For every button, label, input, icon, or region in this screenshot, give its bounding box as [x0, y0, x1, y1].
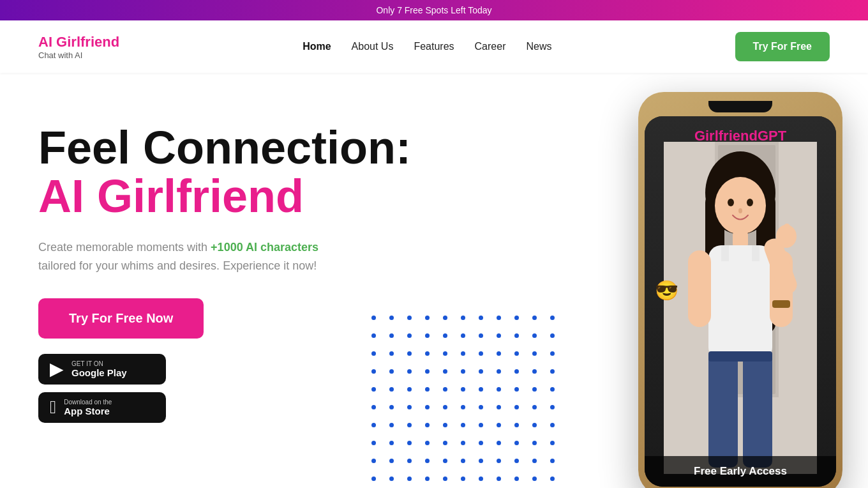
- svg-point-7: [728, 199, 734, 206]
- dot: [461, 387, 465, 392]
- dot: [461, 369, 465, 374]
- dot: [461, 405, 465, 409]
- dot: [479, 316, 483, 320]
- svg-rect-20: [708, 353, 738, 468]
- nav-link-news[interactable]: News: [526, 41, 551, 52]
- app-store-button[interactable]:  Download on the App Store: [38, 392, 166, 423]
- logo[interactable]: AI Girlfriend Chat with AI: [38, 34, 119, 60]
- hero-cta-button[interactable]: Try For Free Now: [38, 298, 204, 339]
- dot: [425, 459, 430, 463]
- dot: [461, 351, 465, 356]
- svg-rect-12: [721, 245, 729, 261]
- dot: [443, 441, 447, 445]
- dot: [443, 477, 447, 481]
- google-play-icon: ▶: [50, 360, 64, 378]
- dot: [550, 351, 555, 356]
- dot: [550, 405, 555, 409]
- svg-rect-21: [743, 353, 772, 468]
- nav-link-home[interactable]: Home: [303, 41, 331, 52]
- dot: [461, 459, 465, 463]
- dot: [425, 333, 430, 338]
- nav-link-features[interactable]: Features: [414, 41, 454, 52]
- dot: [407, 477, 412, 481]
- apple-icon: : [50, 399, 56, 416]
- dot: [443, 369, 447, 374]
- dot: [389, 459, 394, 463]
- dot: [479, 441, 483, 445]
- dot: [407, 441, 412, 445]
- nav-item-features[interactable]: Features: [414, 41, 454, 52]
- dot: [550, 387, 555, 392]
- app-store-label-top: Download on the: [64, 399, 112, 406]
- dot: [479, 369, 483, 374]
- svg-rect-18: [784, 224, 790, 238]
- dot: [443, 333, 447, 338]
- dot: [407, 423, 412, 427]
- dot: [550, 441, 555, 445]
- dot: [479, 351, 483, 356]
- dot: [461, 477, 465, 481]
- dot: [389, 441, 394, 445]
- dot: [550, 423, 555, 427]
- dot: [550, 477, 555, 481]
- dot: [425, 441, 430, 445]
- logo-title: AI Girlfriend: [38, 34, 119, 50]
- hero-subtext-part2: tailored for your whims and desires. Exp…: [38, 259, 317, 272]
- nav-link-about[interactable]: About Us: [352, 41, 394, 52]
- dot: [425, 369, 430, 374]
- svg-point-8: [747, 199, 753, 206]
- dot: [497, 316, 501, 320]
- nav-cta-button[interactable]: Try For Free: [735, 32, 830, 61]
- dot: [425, 405, 430, 409]
- dot: [497, 333, 501, 338]
- hero-headline-line2: AI Girlfriend: [38, 172, 411, 221]
- dot: [443, 351, 447, 356]
- dot: [443, 459, 447, 463]
- dot: [479, 477, 483, 481]
- dot: [425, 351, 430, 356]
- dot: [479, 333, 483, 338]
- dot: [497, 459, 501, 463]
- nav-links: Home About Us Features Career News: [303, 41, 551, 52]
- dot: [550, 459, 555, 463]
- hero-subtext-highlight: +1000 AI characters: [211, 241, 318, 254]
- store-buttons: ▶ GET IT ON Google Play  Download on th…: [38, 354, 411, 423]
- hero-section: Feel Connection: AI Girlfriend Create me…: [0, 73, 868, 488]
- nav-item-news[interactable]: News: [526, 41, 551, 52]
- svg-point-9: [738, 208, 742, 213]
- banner-text: Only 7 Free Spots Left Today: [376, 5, 491, 15]
- dot: [514, 423, 519, 427]
- google-play-text: GET IT ON Google Play: [71, 360, 127, 378]
- hero-subtext-part1: Create memorable moments with: [38, 241, 211, 254]
- dot: [514, 405, 519, 409]
- dot: [532, 459, 537, 463]
- dot: [550, 369, 555, 374]
- dot: [497, 387, 501, 392]
- svg-point-6: [715, 177, 766, 234]
- dot: [479, 405, 483, 409]
- dot: [371, 441, 376, 445]
- svg-rect-14: [688, 250, 711, 327]
- dot: [371, 477, 376, 481]
- nav-link-career[interactable]: Career: [475, 41, 506, 52]
- hero-headline: Feel Connection: AI Girlfriend: [38, 124, 411, 220]
- nav-item-home[interactable]: Home: [303, 41, 331, 52]
- emoji-sticker: 😎: [655, 279, 678, 301]
- dot: [514, 387, 519, 392]
- nav-item-about[interactable]: About Us: [352, 41, 394, 52]
- nav-item-career[interactable]: Career: [475, 41, 506, 52]
- google-play-button[interactable]: ▶ GET IT ON Google Play: [38, 354, 166, 385]
- dot: [532, 316, 537, 320]
- dot: [497, 423, 501, 427]
- dot: [532, 405, 537, 409]
- dot: [443, 387, 447, 392]
- dot: [407, 459, 412, 463]
- hero-subtext: Create memorable moments with +1000 AI c…: [38, 238, 345, 275]
- dot: [479, 423, 483, 427]
- dot: [461, 316, 465, 320]
- google-play-label-main: Google Play: [71, 367, 127, 378]
- dot: [532, 369, 537, 374]
- dot: [425, 477, 430, 481]
- dot: [514, 477, 519, 481]
- phone-bottom-bar: Free Early Access: [645, 456, 836, 487]
